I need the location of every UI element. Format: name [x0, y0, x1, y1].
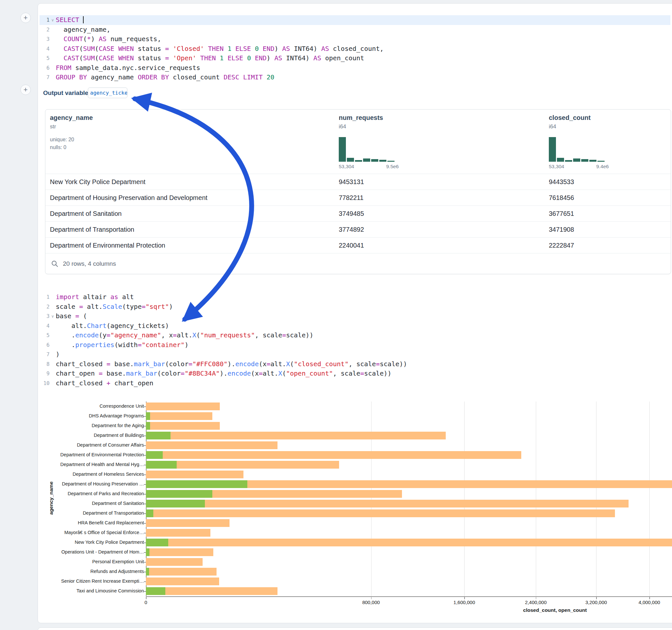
- column-header-closed-count[interactable]: closed_count i64 53,304 9.4e6: [549, 114, 666, 169]
- code-token: [263, 73, 266, 81]
- fold-caret-icon[interactable]: ∨: [50, 314, 56, 319]
- code-token: [224, 45, 227, 52]
- table-row[interactable]: New York City Police Department945313194…: [45, 174, 671, 190]
- code-token: "#FFC080": [192, 360, 227, 368]
- code-token: AS: [321, 45, 329, 52]
- code-text[interactable]: GROUP BY agency_name ORDER BY closed_cou…: [56, 73, 274, 82]
- code-line[interactable]: 5 CAST(SUM(CASE WHEN status = 'Open' THE…: [40, 53, 670, 63]
- table-cell: 9453131: [339, 174, 364, 190]
- code-token: 20: [266, 73, 274, 81]
- code-line[interactable]: 10chart_closed + chart_open: [40, 379, 670, 388]
- code-text[interactable]: base = (: [56, 311, 87, 321]
- code-line[interactable]: 7): [40, 350, 670, 359]
- code-text[interactable]: chart_open = base.mark_bar(color="#8BC34…: [56, 369, 391, 379]
- column-header-num-requests[interactable]: num_requests i64 53,304 9.5e6: [339, 114, 455, 169]
- table-cell: 9443533: [549, 174, 574, 190]
- code-text[interactable]: ): [56, 350, 59, 359]
- code-token: "#8BC34A": [185, 369, 219, 377]
- code-token: , x: [161, 331, 173, 339]
- code-text[interactable]: agency_name,: [56, 25, 111, 35]
- histogram-bar: [565, 160, 572, 162]
- code-token: END: [255, 54, 266, 62]
- code-token: [56, 35, 64, 43]
- add-cell-button[interactable]: +: [20, 84, 31, 95]
- code-token: [239, 73, 243, 81]
- code-token: (width: [115, 341, 138, 349]
- table-row[interactable]: Department of Transportation377489234719…: [45, 221, 671, 237]
- search-icon[interactable]: [51, 260, 58, 267]
- code-token: , scale: [349, 360, 376, 368]
- code-line[interactable]: 2 agency_name,: [40, 25, 670, 35]
- column-header-agency-name[interactable]: agency_name str unique: 20 nulls: 0: [50, 114, 167, 151]
- code-token: =: [75, 312, 79, 320]
- code-token: (: [79, 312, 87, 320]
- code-token: [251, 45, 255, 52]
- code-text[interactable]: .properties(width="container"): [56, 340, 188, 350]
- column-stat-nulls: nulls: 0: [50, 144, 167, 151]
- code-line[interactable]: 2scale = alt.Scale(type="sqrt"): [40, 302, 670, 312]
- code-text[interactable]: chart_closed + chart_open: [56, 379, 153, 388]
- code-token: ).: [220, 369, 227, 377]
- line-number: 10: [40, 380, 50, 386]
- hist-max: 9.5e6: [386, 164, 399, 169]
- code-line[interactable]: 6 .properties(width="container"): [40, 340, 670, 350]
- code-token: =: [107, 331, 111, 339]
- code-text[interactable]: SELECT: [56, 15, 83, 25]
- code-text[interactable]: .encode(y="agency_name", x=alt.X("num_re…: [56, 331, 313, 340]
- code-text[interactable]: CAST(SUM(CASE WHEN status = 'Closed' THE…: [56, 44, 384, 54]
- column-type: i64: [339, 123, 455, 130]
- output-variable-input[interactable]: agency_tickets: [88, 88, 127, 98]
- code-text[interactable]: FROM sample_data.nyc.service_requests: [56, 63, 200, 73]
- code-token: chart_closed: [56, 379, 107, 387]
- text-cursor: [83, 16, 83, 23]
- code-token: ).: [227, 360, 235, 368]
- code-text[interactable]: alt.Chart(agency_tickets): [56, 321, 169, 331]
- table-cell: 3774892: [339, 222, 364, 237]
- code-line[interactable]: 4 CAST(SUM(CASE WHEN status = 'Closed' T…: [40, 44, 670, 54]
- code-token: [115, 54, 118, 62]
- code-token: scale: [56, 303, 79, 311]
- code-text[interactable]: COUNT(*) AS num_requests,: [56, 34, 161, 44]
- table-cell: 7782211: [339, 190, 363, 205]
- code-token: .: [56, 331, 75, 339]
- code-line[interactable]: 8chart_closed = base.mark_bar(color="#FF…: [40, 359, 670, 369]
- code-line[interactable]: 5 .encode(y="agency_name", x=alt.X("num_…: [40, 331, 670, 340]
- code-token: Chart: [87, 322, 106, 330]
- code-text[interactable]: scale = alt.Scale(type="sqrt"): [56, 302, 173, 312]
- table-row[interactable]: Department of Environmental Protection22…: [45, 237, 671, 253]
- code-token: [115, 45, 118, 52]
- code-token: open_count: [321, 54, 364, 62]
- code-token: encode: [235, 360, 259, 368]
- code-line[interactable]: 9chart_open = base.mark_bar(color="#8BC3…: [40, 369, 670, 379]
- code-token: 0: [255, 45, 259, 52]
- histogram-bar: [379, 160, 386, 162]
- fold-caret-icon[interactable]: ∨: [50, 18, 56, 22]
- add-cell-button[interactable]: +: [20, 13, 31, 23]
- table-cell: 3677651: [549, 206, 574, 221]
- code-line[interactable]: 1∨SELECT: [40, 15, 670, 25]
- code-token: chart_closed: [56, 360, 107, 368]
- code-token: =: [79, 303, 83, 311]
- code-text[interactable]: import altair as alt: [56, 292, 134, 302]
- table-cell: Department of Transportation: [50, 222, 332, 237]
- code-line[interactable]: 6FROM sample_data.nyc.service_requests: [40, 63, 670, 73]
- code-line[interactable]: 3 COUNT(*) AS num_requests,: [40, 34, 670, 44]
- code-token: =: [165, 54, 169, 62]
- code-line[interactable]: 1import altair as alt: [40, 292, 670, 302]
- code-line[interactable]: 3∨base = (: [40, 311, 670, 321]
- code-text[interactable]: chart_closed = base.mark_bar(color="#FFC…: [56, 359, 407, 369]
- code-line[interactable]: 7GROUP BY agency_name ORDER BY closed_co…: [40, 73, 670, 82]
- code-text[interactable]: CAST(SUM(CASE WHEN status = 'Open' THEN …: [56, 53, 364, 63]
- code-line[interactable]: 4 alt.Chart(agency_tickets): [40, 321, 670, 331]
- code-token: SELECT: [56, 16, 79, 24]
- code-token: COUNT: [64, 35, 83, 43]
- code-token: WHEN: [118, 45, 134, 52]
- sql-code-editor[interactable]: 1∨SELECT 2 agency_name,3 COUNT(*) AS num…: [40, 15, 670, 82]
- column-type: str: [50, 123, 167, 130]
- table-row[interactable]: Department of Housing Preservation and D…: [45, 190, 671, 205]
- code-token: alt.: [263, 369, 278, 377]
- table-cell: Department of Housing Preservation and D…: [50, 190, 332, 205]
- code-token: alt: [118, 293, 134, 301]
- table-row[interactable]: Department of Sanitation37494853677651: [45, 205, 671, 221]
- python-code-editor[interactable]: 1import altair as alt2scale = alt.Scale(…: [40, 292, 670, 388]
